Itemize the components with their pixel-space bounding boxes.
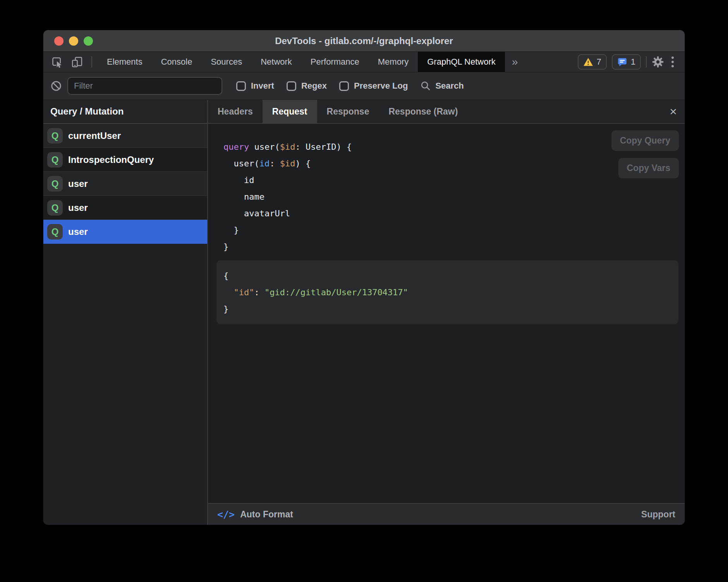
checkbox-icon <box>339 81 349 91</box>
warning-icon <box>583 57 593 67</box>
toolbar-left-icons <box>43 52 98 72</box>
request-detail-panel: Headers Request Response Response (Raw) … <box>208 100 685 525</box>
preserve-log-label: Preserve Log <box>354 81 408 91</box>
auto-format-toggle[interactable]: Auto Format <box>240 509 293 520</box>
close-detail-icon[interactable]: × <box>670 105 677 118</box>
warnings-count: 7 <box>597 57 601 67</box>
tab-elements[interactable]: Elements <box>98 52 152 72</box>
issues-count: 1 <box>631 57 635 67</box>
traffic-lights <box>54 30 93 51</box>
query-list-item[interactable]: Q user <box>43 172 207 196</box>
query-list-header: Query / Mutation <box>43 100 207 124</box>
tab-headers[interactable]: Headers <box>208 100 263 123</box>
query-name: user <box>68 178 88 189</box>
window-titlebar: DevTools - gitlab.com/-/graphql-explorer <box>43 30 685 52</box>
search-icon <box>420 80 431 91</box>
clear-block-icon[interactable] <box>50 80 62 92</box>
preserve-log-checkbox[interactable]: Preserve Log <box>339 81 408 91</box>
query-list-item[interactable]: Q user <box>43 196 207 220</box>
query-name: IntrospectionQuery <box>68 154 154 165</box>
query-list-item-selected[interactable]: Q user <box>43 220 207 244</box>
devtools-toolbar: Elements Console Sources Network Perform… <box>43 52 685 72</box>
warnings-badge[interactable]: 7 <box>578 54 607 70</box>
zoom-window-button[interactable] <box>84 36 93 46</box>
query-type-badge: Q <box>47 152 63 168</box>
tab-memory[interactable]: Memory <box>369 52 418 72</box>
request-content: query user($id: UserID) { user(id: $id) … <box>208 124 685 503</box>
detail-footer: </> Auto Format Support <box>208 503 685 525</box>
checkbox-icon <box>287 81 296 91</box>
tab-console[interactable]: Console <box>152 52 202 72</box>
toolbar-separator <box>646 56 647 68</box>
query-list-item[interactable]: Q currentUser <box>43 124 207 148</box>
toolbar-separator <box>91 56 92 68</box>
device-toolbar-icon[interactable] <box>71 56 83 68</box>
main-split: Query / Mutation Q currentUser Q Introsp… <box>43 100 685 525</box>
filter-input[interactable] <box>67 77 222 95</box>
panel-tabs: Elements Console Sources Network Perform… <box>98 52 525 72</box>
tab-network[interactable]: Network <box>251 52 301 72</box>
query-name: user <box>68 226 88 237</box>
search-toggle[interactable]: Search <box>420 80 464 91</box>
toolbar-right: 7 1 <box>578 52 685 72</box>
inspect-element-icon[interactable] <box>51 56 63 68</box>
query-type-badge: Q <box>47 176 63 192</box>
query-type-badge: Q <box>47 200 63 216</box>
invert-label: Invert <box>251 81 274 91</box>
checkbox-icon <box>236 81 246 91</box>
more-tabs-icon[interactable]: » <box>505 52 525 72</box>
variables-box: { "id": "gid://gitlab/User/13704317" } <box>216 260 678 324</box>
tab-sources[interactable]: Sources <box>201 52 251 72</box>
tab-performance[interactable]: Performance <box>301 52 369 72</box>
invert-checkbox[interactable]: Invert <box>236 81 274 91</box>
code-format-icon: </> <box>217 509 235 520</box>
minimize-window-button[interactable] <box>69 36 78 46</box>
settings-gear-icon[interactable] <box>652 56 664 68</box>
query-type-badge: Q <box>47 224 63 240</box>
tab-response-raw[interactable]: Response (Raw) <box>379 100 467 123</box>
query-type-badge: Q <box>47 128 63 144</box>
copy-query-button[interactable]: Copy Query <box>611 130 679 151</box>
copy-vars-button[interactable]: Copy Vars <box>618 158 679 178</box>
close-window-button[interactable] <box>54 36 64 46</box>
copy-buttons: Copy Query Copy Vars <box>611 130 679 178</box>
query-list-panel: Query / Mutation Q currentUser Q Introsp… <box>43 100 208 525</box>
detail-tabs: Headers Request Response Response (Raw) … <box>208 100 685 124</box>
query-name: user <box>68 202 88 213</box>
tab-request[interactable]: Request <box>263 100 317 123</box>
query-name: currentUser <box>68 130 121 141</box>
regex-checkbox[interactable]: Regex <box>287 81 327 91</box>
tab-response[interactable]: Response <box>317 100 379 123</box>
window-title: DevTools - gitlab.com/-/graphql-explorer <box>275 36 453 46</box>
regex-label: Regex <box>301 81 327 91</box>
devtools-window: DevTools - gitlab.com/-/graphql-explorer… <box>43 30 685 525</box>
support-link[interactable]: Support <box>641 509 675 520</box>
filter-bar: Invert Regex Preserve Log Search <box>43 72 685 100</box>
tab-graphql-network[interactable]: GraphQL Network <box>418 52 505 72</box>
screen-canvas: DevTools - gitlab.com/-/graphql-explorer… <box>0 0 728 582</box>
graphql-variables-code: { "id": "gid://gitlab/User/13704317" } <box>223 267 671 317</box>
search-label: Search <box>435 81 464 91</box>
more-options-icon[interactable] <box>669 56 676 67</box>
issues-badge[interactable]: 1 <box>612 54 641 70</box>
query-list-item[interactable]: Q IntrospectionQuery <box>43 148 207 172</box>
filter-options: Invert Regex Preserve Log Search <box>236 80 464 91</box>
message-icon <box>617 57 627 67</box>
